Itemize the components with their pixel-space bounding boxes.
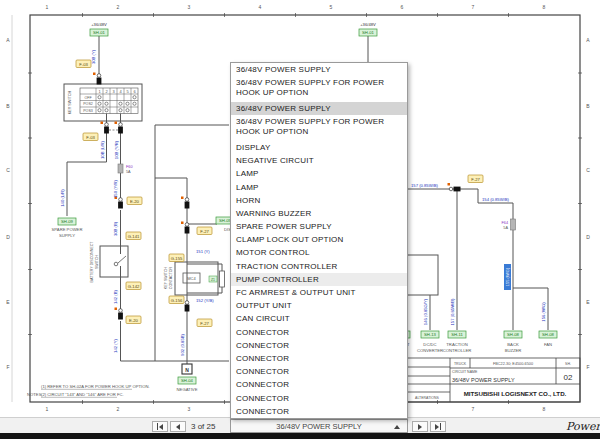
wire-label-highlight: 155 (W/G)	[505, 267, 510, 286]
margin-row: B	[586, 103, 590, 109]
connector-ref: F-27	[471, 177, 480, 182]
fuse-rating: 5A	[503, 226, 508, 230]
negative-label: NEGATIVE	[177, 387, 198, 392]
menu-item-selected[interactable]: 36/48V POWER SUPPLY	[231, 102, 407, 115]
spare-power-label: SPARE POWER	[52, 227, 83, 232]
battery-switch-label: SWITCH	[95, 255, 99, 270]
menu-item[interactable]: CAN CIRCUIT	[231, 312, 407, 325]
dest-label: BACK	[507, 342, 519, 347]
truck-label: TRUCK	[454, 362, 467, 366]
note-line: (2) CIRCUIT "143" AND "146" ARE FOR FC.	[41, 392, 124, 397]
menu-item[interactable]: CONNECTOR	[231, 339, 407, 352]
wire-label: 157 (0.85W/B)	[450, 298, 455, 326]
key-switch-col: 4	[119, 89, 122, 94]
key-switch-row: OFF	[84, 96, 92, 100]
menu-item[interactable]: CONNECTOR	[231, 405, 407, 418]
fuse-name: F60	[126, 165, 133, 169]
menu-item-hovered[interactable]: PUMP CONTROLLER	[231, 273, 407, 286]
first-page-button[interactable]	[152, 421, 168, 432]
menu-item[interactable]: CLAMP LOCK OUT OPTION	[231, 233, 407, 246]
menu-item[interactable]: 36/48V POWER SUPPLY FOR POWER HOOK UP OP…	[231, 115, 407, 141]
supply-label: +36/48V	[360, 22, 376, 27]
dest-label: FAN	[544, 342, 552, 347]
negative-n-label: N	[185, 367, 189, 373]
connector-ref: G-142	[128, 284, 140, 289]
menu-item[interactable]: DISPLAY	[231, 141, 407, 154]
margin-col: 7	[472, 4, 475, 10]
sheet-ref: SH-01	[93, 30, 106, 35]
connector-ref: F-27	[200, 321, 209, 326]
menu-item[interactable]: TRACTION CONTROLLER	[231, 260, 407, 273]
powered-by-text: Powere	[566, 420, 600, 433]
sheet-ref: SH-11	[451, 332, 463, 337]
notes: NOTES (1) REFER TO SH-02A FOR POWER HOOK…	[27, 384, 150, 397]
pager-toolbar: 3 of 25 36/48V POWER SUPPLY Powere	[0, 417, 600, 434]
key-switch-col: 6	[133, 89, 136, 94]
margin-col: 1	[46, 406, 49, 412]
contactor-aux-label: Z1	[211, 278, 215, 282]
sheet-number: 02	[564, 373, 573, 382]
last-page-button[interactable]	[430, 421, 446, 432]
dest-label: CONVERTER	[417, 348, 443, 353]
margin-col: 2	[117, 4, 120, 10]
wire-label: 142 (B)	[113, 290, 118, 304]
menu-item[interactable]: CONNECTOR	[231, 365, 407, 378]
wire-label: 154 (0.85W/B)	[482, 197, 510, 202]
margin-row: F	[6, 364, 9, 370]
menu-item[interactable]: FC ARMREST & OUTPUT UNIT	[231, 286, 407, 299]
margin-col: 6	[401, 4, 404, 10]
margin-row: C	[6, 167, 10, 173]
first-page-icon	[157, 423, 159, 430]
menu-item[interactable]: OUTPUT UNIT	[231, 299, 407, 312]
menu-item[interactable]: 36/48V POWER SUPPLY FOR POWER HOOK UP OP…	[231, 76, 407, 102]
menu-item[interactable]: CONNECTOR	[231, 326, 407, 339]
circuit-name: 36/48V POWER SUPPLY	[452, 377, 515, 383]
note-line: (1) REFER TO SH-02A FOR POWER HOOK UP OP…	[41, 384, 150, 389]
spare-power-label: SUPPLY	[59, 233, 75, 238]
margin-col: 8	[543, 406, 546, 412]
connector-ref: F-27	[200, 229, 209, 234]
menu-item[interactable]: LAMP	[231, 181, 407, 194]
connector-ref: F-03	[79, 62, 88, 67]
margin-col: 8	[543, 4, 546, 10]
sheet-ref: SH-01	[362, 30, 375, 35]
dest-label: CONTROLLER	[443, 348, 472, 353]
menu-item[interactable]: HORN	[231, 194, 407, 207]
contactor-coil-label: MC4	[187, 276, 196, 281]
margin-row: A	[586, 37, 590, 43]
sheet-selector-button[interactable]: 36/48V POWER SUPPLY	[230, 419, 408, 433]
fuse-name: F64	[501, 221, 508, 225]
wire-label: 140 (L/R)	[60, 189, 65, 207]
margin-col: 2	[117, 406, 120, 412]
battery-switch-label: BATTERY DISCONNECT	[90, 241, 94, 283]
next-page-icon	[418, 424, 422, 430]
menu-item[interactable]: CONNECTOR	[231, 378, 407, 391]
contactor-label: KEY SWITCH	[164, 266, 168, 289]
page-indicator: 3 of 25	[191, 422, 215, 431]
highlighted-wire-label: 155 (W/G)	[504, 264, 511, 290]
menu-item[interactable]: CONNECTOR	[231, 352, 407, 365]
margin-row: E	[6, 299, 10, 305]
app-window: 1 2 3 4 5 6 7 8 1 2 3 4 5 6 7 8 A B C D …	[0, 0, 600, 439]
margin-row: E	[586, 299, 590, 305]
margin-row: C	[586, 167, 590, 173]
menu-item[interactable]: LAMP	[231, 167, 407, 180]
menu-item[interactable]: MOTOR CONTROL	[231, 246, 407, 259]
connector-ref: G-141	[128, 234, 140, 239]
menu-item[interactable]: WARNING BUZZER	[231, 207, 407, 220]
sheet-ref: SH-04	[181, 378, 194, 383]
sheet-ref: SH-09	[61, 219, 74, 224]
menu-item[interactable]: NEGATIVE CIRCUIT	[231, 154, 407, 167]
previous-page-button[interactable]	[170, 421, 186, 432]
menu-item[interactable]: SPARE POWER SUPPLY	[231, 220, 407, 233]
margin-row: F	[586, 364, 589, 370]
previous-page-icon	[176, 424, 180, 430]
margin-row: D	[586, 234, 590, 240]
margin-col: 3	[188, 406, 191, 412]
menu-item[interactable]: 36/48V POWER SUPPLY	[231, 63, 407, 76]
sheet-label: SH.	[565, 362, 571, 366]
next-page-button[interactable]	[412, 421, 428, 432]
wire-label: 150 (Y/R)	[113, 179, 118, 198]
menu-item[interactable]: CONNECTOR	[231, 392, 407, 405]
key-switch	[64, 84, 142, 121]
